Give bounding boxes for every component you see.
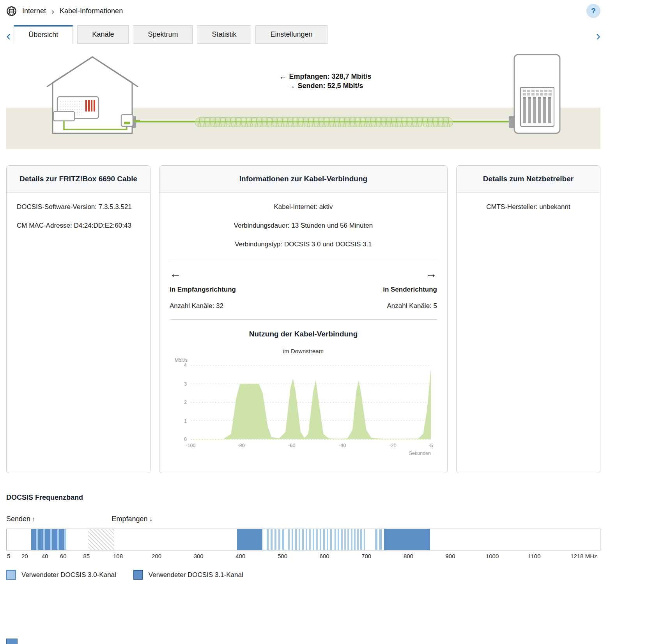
svg-text:3: 3 bbox=[184, 381, 187, 387]
kabel-informationen-page: Internet › Kabel-Informationen ? ‹ Übers… bbox=[0, 0, 655, 580]
freq-block-docsis30 bbox=[335, 529, 365, 550]
card-body: Kabel-Internet: aktivVerbindungsdauer: 1… bbox=[159, 193, 447, 468]
tab-statistik[interactable]: Statistik bbox=[197, 25, 251, 44]
send-rate-label: → Senden: 52,5 Mbit/s bbox=[279, 81, 371, 90]
frequency-band-bar bbox=[6, 529, 600, 550]
card-cable-connection: Informationen zur Kabel-Verbindung Kabel… bbox=[159, 165, 448, 473]
svg-text:2: 2 bbox=[184, 400, 187, 405]
card-fritzbox-details: Details zur FRITZ!Box 6690 Cable DOCSIS-… bbox=[6, 165, 150, 473]
svg-text:-100: -100 bbox=[186, 443, 195, 448]
freq-tick-label: 400 bbox=[235, 553, 245, 559]
svg-text:0: 0 bbox=[184, 437, 187, 442]
tab-einstellungen[interactable]: Einstellungen bbox=[255, 25, 327, 44]
wall-socket-icon bbox=[121, 115, 133, 126]
freq-tick-label: 60 bbox=[60, 553, 67, 559]
freq-tick-label: 700 bbox=[361, 553, 371, 559]
usage-chart-subtitle: im Downstream bbox=[170, 348, 437, 354]
card-body: CMTS-Hersteller: unbekannt bbox=[457, 193, 600, 232]
tabs-scroll-left-button[interactable]: ‹ bbox=[6, 29, 14, 44]
detail-line: Verbindungstyp: DOCSIS 3.0 und DOCSIS 3.… bbox=[170, 240, 437, 249]
svg-text:-40: -40 bbox=[339, 443, 346, 448]
breadcrumb: Internet › Kabel-Informationen bbox=[22, 7, 123, 15]
card-title: Details zur FRITZ!Box 6690 Cable bbox=[7, 166, 150, 193]
tab-kanaele[interactable]: Kanäle bbox=[77, 25, 129, 44]
legend-swatch-partial bbox=[6, 639, 18, 644]
freq-tick-label: 40 bbox=[42, 553, 48, 559]
detail-line: DOCSIS-Software-Version: 7.3.5.3.521 bbox=[17, 203, 140, 211]
modem-box-icon bbox=[53, 111, 74, 121]
freq-band-direction-labels: Senden ↑ Empfangen ↓ bbox=[6, 515, 600, 523]
divider bbox=[170, 319, 437, 320]
frequency-band-legend: Verwendeter DOCSIS 3.0-KanalVerwendeter … bbox=[6, 570, 600, 580]
receive-label: Empfangen bbox=[112, 515, 148, 523]
detail-line: Kabel-Internet: aktiv bbox=[170, 203, 437, 211]
freq-tick-label: 300 bbox=[194, 553, 204, 559]
svg-text:-5: -5 bbox=[428, 443, 433, 448]
docsis-frequency-band-section: DOCSIS Frequenzband Senden ↑ Empfangen ↓… bbox=[6, 494, 600, 580]
usage-chart-title: Nutzung der Kabel-Verbindung bbox=[170, 330, 437, 338]
svg-text:-20: -20 bbox=[389, 443, 397, 448]
tabs-scroll-right-button[interactable]: › bbox=[593, 29, 600, 44]
svg-text:Mbit/s: Mbit/s bbox=[175, 357, 188, 363]
usage-chart-container: 01234Mbit/s-100-80-60-40-20-5Sekunden bbox=[170, 355, 437, 458]
legend-item-docsis31: Verwendeter DOCSIS 3.1-Kanal bbox=[133, 570, 243, 580]
card-body: DOCSIS-Software-Version: 7.3.5.3.521CM M… bbox=[7, 193, 150, 250]
cable-bundle-tube bbox=[195, 117, 453, 127]
legend-label: Verwendeter DOCSIS 3.0-Kanal bbox=[21, 571, 116, 579]
freq-block-upstream31 bbox=[31, 529, 67, 550]
freq-tick-label: 1218 MHz bbox=[570, 553, 597, 559]
freq-tick-label: 20 bbox=[21, 553, 28, 559]
frequency-band-scale: 5204060851082003004005006007008009001000… bbox=[6, 553, 600, 561]
card-network-operator: Details zum Netzbetreiber CMTS-Herstelle… bbox=[456, 165, 600, 473]
card-title: Details zum Netzbetreiber bbox=[457, 166, 600, 193]
downstream-usage-chart: 01234Mbit/s-100-80-60-40-20-5Sekunden bbox=[170, 355, 437, 456]
tab-bar: ‹ ÜbersichtKanäleSpektrumStatistikEinste… bbox=[6, 25, 600, 44]
freq-tick-label: 900 bbox=[446, 553, 455, 559]
breadcrumb-internet[interactable]: Internet bbox=[22, 7, 46, 15]
freq-block-docsis31 bbox=[384, 529, 430, 550]
svg-text:-80: -80 bbox=[238, 443, 245, 448]
internet-globe-icon bbox=[6, 6, 17, 16]
freq-block-docsis30 bbox=[288, 529, 332, 550]
freq-tick-label: 1000 bbox=[486, 553, 499, 559]
downstream-channels-label: Anzahl Kanäle: 32 bbox=[170, 302, 223, 310]
divider bbox=[170, 259, 437, 259]
breadcrumb-separator-icon: › bbox=[51, 7, 54, 15]
info-cards: Details zur FRITZ!Box 6690 Cable DOCSIS-… bbox=[6, 165, 600, 473]
left-arrow-icon: ← bbox=[279, 72, 287, 81]
freq-tick-label: 85 bbox=[83, 553, 90, 559]
freq-tick-label: 600 bbox=[320, 553, 329, 559]
tab-uebersicht[interactable]: Übersicht bbox=[14, 25, 73, 44]
receive-rate-label: ← Empfangen: 328,7 Mbit/s bbox=[279, 72, 371, 81]
detail-line: CMTS-Hersteller: unbekannt bbox=[467, 203, 590, 211]
svg-text:-60: -60 bbox=[288, 443, 295, 448]
downstream-direction-label: in Empfangsrichtung bbox=[170, 286, 236, 294]
legend-item-docsis30: Verwendeter DOCSIS 3.0-Kanal bbox=[6, 570, 116, 580]
freq-block-hatch bbox=[88, 529, 114, 550]
street-cabinet-illustration bbox=[513, 53, 561, 136]
right-arrow-icon: → bbox=[287, 81, 295, 90]
freq-tick-label: 200 bbox=[152, 553, 161, 559]
legend-swatch-docsis31 bbox=[133, 570, 143, 580]
freq-block-docsis30 bbox=[267, 529, 284, 550]
throughput-labels: ← Empfangen: 328,7 Mbit/s → Senden: 52,5… bbox=[279, 72, 371, 90]
freq-block-docsis30 bbox=[375, 529, 382, 550]
upstream-channels-label: Anzahl Kanäle: 5 bbox=[387, 302, 437, 310]
svg-text:Sekunden: Sekunden bbox=[409, 451, 431, 456]
freq-tick-label: 1100 bbox=[528, 553, 540, 559]
upstream-arrow-icon: → bbox=[425, 268, 437, 280]
connection-diagram: ← Empfangen: 328,7 Mbit/s → Senden: 52,5… bbox=[6, 44, 600, 150]
connection-status-lines: Kabel-Internet: aktivVerbindungsdauer: 1… bbox=[170, 203, 437, 249]
up-arrow-icon: ↑ bbox=[32, 515, 35, 523]
detail-line: Verbindungsdauer: 13 Stunden und 56 Minu… bbox=[170, 221, 437, 230]
freq-tick-label: 800 bbox=[404, 553, 413, 559]
legend-swatch-docsis30 bbox=[6, 570, 16, 580]
tab-spektrum[interactable]: Spektrum bbox=[133, 25, 193, 44]
help-button[interactable]: ? bbox=[586, 4, 600, 18]
legend-label: Verwendeter DOCSIS 3.1-Kanal bbox=[149, 571, 243, 579]
svg-text:1: 1 bbox=[184, 418, 187, 424]
freq-tick-label: 108 bbox=[113, 553, 123, 559]
upstream-direction-label: in Senderichtung bbox=[383, 286, 437, 294]
detail-line: CM MAC-Adresse: D4:24:DD:E2:60:43 bbox=[17, 221, 140, 230]
downstream-arrow-icon: ← bbox=[170, 268, 181, 280]
